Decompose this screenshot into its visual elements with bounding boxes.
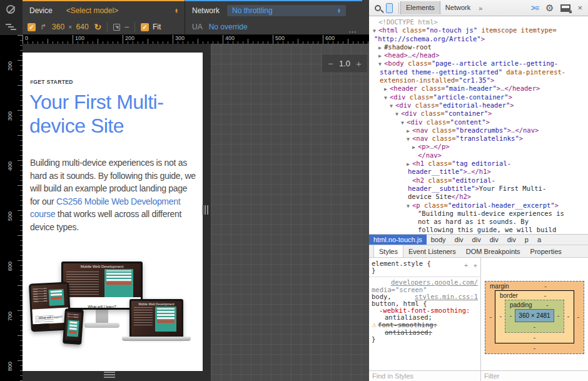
- circle-slash-icon[interactable]: [6, 5, 15, 14]
- network-select-stepper-icon[interactable]: ▲▼: [337, 8, 341, 13]
- dom-tree-line[interactable]: device Site</h2>: [369, 193, 588, 201]
- expand-arrow-icon[interactable]: ▶: [407, 127, 412, 135]
- expand-arrow-icon[interactable]: ▼: [378, 60, 384, 68]
- resolution-checkbox[interactable]: ✓: [28, 23, 36, 31]
- laptop-mockup: Mobile Web Development: [129, 299, 183, 338]
- dom-tree-line[interactable]: ▶<header class="main-header">…</header>: [369, 84, 588, 93]
- expand-arrow-icon[interactable]: ▶: [384, 85, 390, 93]
- dom-tree-line[interactable]: <h2 class="editorial-: [369, 176, 588, 185]
- tabs-overflow-icon[interactable]: »: [475, 4, 485, 12]
- expand-arrow-icon[interactable]: ▼: [407, 135, 412, 143]
- breadcrumb-item[interactable]: div: [485, 235, 503, 245]
- fit-checkbox[interactable]: ✓: [141, 23, 149, 31]
- box-model-margin[interactable]: margin- - border- - padding- -: [485, 281, 584, 354]
- zoom-out-button[interactable]: −: [328, 58, 333, 69]
- breadcrumb-item[interactable]: div: [503, 235, 520, 245]
- viewport-width-resize-handle[interactable]: [202, 205, 210, 215]
- dom-tree-line[interactable]: not as hard as it sounds. By: [369, 218, 588, 226]
- device-pixel-ratio-icon[interactable]: ◥: [113, 24, 120, 31]
- device-select-stepper-icon[interactable]: ▲▼: [175, 8, 178, 13]
- dom-tree-line[interactable]: ▼<div class="editorial-header">: [369, 101, 588, 109]
- network-throttling-select[interactable]: No throttling ▲▼: [227, 5, 346, 16]
- expand-arrow-icon[interactable]: ▼: [384, 94, 390, 102]
- find-in-styles-input[interactable]: [369, 371, 480, 381]
- dom-tree-line[interactable]: started theme--getting-started" data-pin…: [369, 68, 588, 76]
- box-model-border[interactable]: border- - padding- - 360 × 2481 -: [495, 290, 574, 343]
- breadcrumb-item[interactable]: body: [427, 235, 450, 245]
- dom-tree-line[interactable]: ▼<nav class="translatelinks">: [369, 135, 588, 143]
- ua-override-value[interactable]: No override: [209, 23, 248, 31]
- dom-tree-line[interactable]: ▶<nav class="breadcrumbs">…</nav>: [369, 126, 588, 135]
- sidebar-tab-styles[interactable]: Styles: [373, 245, 403, 257]
- sidebar-tab-dom-breakpoints[interactable]: DOM Breakpoints: [461, 245, 525, 257]
- metrics-filter-bar: [481, 370, 588, 381]
- expand-arrow-icon[interactable]: ▼: [407, 202, 412, 210]
- dom-tree-line[interactable]: extension-installed="cr1.35">: [369, 76, 588, 84]
- viewport-width[interactable]: 360: [52, 23, 64, 31]
- invalid-css-property[interactable]: ⚠font-smoothing:: [369, 322, 480, 329]
- dpr-value[interactable]: –: [124, 23, 129, 31]
- swap-dimensions-icon[interactable]: ↱: [40, 23, 46, 31]
- ua-label: UA: [192, 23, 203, 31]
- vruler-label: 400: [7, 159, 14, 174]
- device-mode-icon[interactable]: [386, 3, 393, 13]
- element-style-rule[interactable]: element.style { +⌖: [369, 260, 480, 267]
- invalid-css-value[interactable]: antialiased;: [369, 329, 480, 336]
- breadcrumb-item[interactable]: p: [520, 235, 533, 245]
- dom-tree-line[interactable]: ▼<div class="container">: [369, 109, 588, 118]
- dom-tree-line[interactable]: "Building multi-device experiences is: [369, 210, 588, 218]
- hruler-label: 600: [323, 35, 335, 43]
- box-model-padding[interactable]: padding- - 360 × 2481 - -: [505, 300, 564, 333]
- metrics-filter-input[interactable]: [481, 371, 588, 381]
- dom-tree-line[interactable]: ▼<div class="content">: [369, 118, 588, 126]
- devices-illustration: Mobile Web Development What will I learn…: [23, 259, 203, 347]
- dom-tree-line[interactable]: ▼<p class="editorial-header__excerpt">: [369, 201, 588, 210]
- search-icon[interactable]: [375, 5, 381, 11]
- device-model-select[interactable]: <Select model>: [66, 6, 118, 15]
- sidebar-tab-event-listeners[interactable]: Event Listeners: [403, 245, 461, 257]
- expand-arrow-icon[interactable]: ▶: [378, 44, 384, 52]
- box-model-content[interactable]: 360 × 2481: [515, 309, 554, 322]
- expand-arrow-icon[interactable]: ▶: [412, 143, 418, 151]
- viewport-height-resize-handle[interactable]: [104, 372, 115, 378]
- breadcrumb-item[interactable]: div: [450, 235, 468, 245]
- dom-tree-line[interactable]: </nav>: [369, 151, 588, 160]
- dock-icon[interactable]: [560, 4, 570, 12]
- device-label: Device: [29, 6, 53, 15]
- console-drawer-icon[interactable]: >≡: [531, 4, 539, 13]
- tab-network[interactable]: Network: [440, 1, 475, 14]
- dom-tree-line[interactable]: ▶<h1 class="tag editorial-: [369, 160, 588, 168]
- zoom-in-button[interactable]: +: [356, 58, 362, 69]
- dom-tree-line[interactable]: header__title">…</h1>: [369, 168, 588, 176]
- dom-tree-line[interactable]: ▼<body class="page--article article--get…: [369, 59, 588, 68]
- page-title: Your First Multi-device Site: [29, 90, 196, 138]
- dom-tree-line[interactable]: ▶<p>…</p>: [369, 143, 588, 151]
- gear-icon[interactable]: ⚙: [545, 3, 554, 14]
- expand-arrow-icon[interactable]: ▶: [407, 160, 412, 168]
- dom-tree-line[interactable]: "http://schema.org/Article">: [369, 35, 588, 43]
- expand-arrow-icon[interactable]: ▶: [378, 52, 384, 60]
- more-options-icon[interactable]: …: [348, 25, 357, 34]
- sidebar-tab-properties[interactable]: Properties: [525, 245, 567, 257]
- dom-tree-line[interactable]: header__subtitle">Your First Multi-: [369, 185, 588, 193]
- dom-tree-line[interactable]: ▼<div class="article-container">: [369, 93, 588, 101]
- expand-arrow-icon[interactable]: ▼: [390, 102, 395, 110]
- refresh-icon[interactable]: ↻: [94, 22, 102, 32]
- waterfall-icon[interactable]: [6, 24, 18, 31]
- expand-arrow-icon[interactable]: ▼: [373, 27, 378, 35]
- dom-tree-line[interactable]: <!DOCTYPE html>: [369, 18, 588, 26]
- breadcrumb-item[interactable]: a: [533, 235, 545, 245]
- breadcrumb-item[interactable]: div: [468, 235, 485, 245]
- dom-tree-line[interactable]: ▶<head>…</head>: [369, 51, 588, 59]
- dom-tree-line[interactable]: following this guide, we will build: [369, 226, 588, 234]
- expand-arrow-icon[interactable]: ▼: [395, 110, 401, 118]
- viewport-height[interactable]: 640: [76, 23, 89, 31]
- expand-arrow-icon[interactable]: ▼: [401, 119, 407, 127]
- breadcrumb-item[interactable]: html.no-touch.js: [369, 235, 427, 245]
- tab-elements[interactable]: Elements: [400, 1, 440, 14]
- warning-icon: ⚠: [372, 322, 377, 328]
- close-icon[interactable]: ×: [577, 3, 582, 13]
- hruler-label: 300: [173, 35, 185, 43]
- dom-tree-line[interactable]: ▼<html class="no-touch js" itemscope ite…: [369, 26, 588, 34]
- dom-tree-line[interactable]: ▶#shadow-root: [369, 43, 588, 51]
